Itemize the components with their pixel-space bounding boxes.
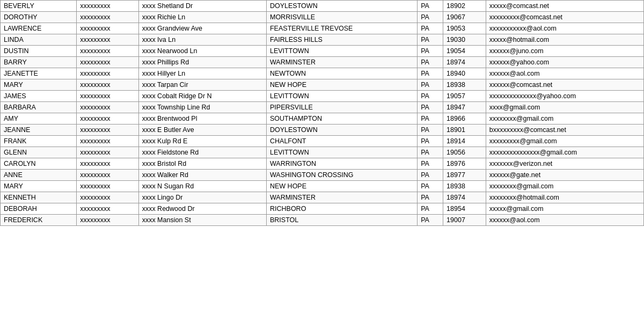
city-cell: LEVITTOWN bbox=[266, 46, 417, 57]
address-cell: xxxx Hillyer Ln bbox=[138, 68, 266, 79]
address-cell: xxxx Redwood Dr bbox=[138, 203, 266, 215]
email-cell: xxxxxx@yahoo.com bbox=[486, 57, 643, 68]
zip-cell: 19057 bbox=[443, 91, 486, 102]
city-cell: WASHINGTON CROSSING bbox=[266, 170, 417, 181]
state-cell: PA bbox=[418, 136, 443, 147]
state-cell: PA bbox=[418, 46, 443, 57]
state-cell: PA bbox=[418, 57, 443, 68]
state-cell: PA bbox=[418, 102, 443, 113]
first-name-cell: BEVERLY bbox=[1, 1, 77, 12]
state-cell: PA bbox=[418, 34, 443, 46]
address-cell: xxxx Richie Ln bbox=[138, 12, 266, 23]
email-cell: xxxxxxxxxxxxxxx@gmail.com bbox=[486, 147, 643, 158]
city-cell: MORRISVILLE bbox=[266, 12, 417, 23]
city-cell: DOYLESTOWN bbox=[266, 125, 417, 136]
email-cell: xxxx@gmail.com bbox=[486, 102, 643, 113]
city-cell: NEW HOPE bbox=[266, 181, 417, 192]
phone-cell: xxxxxxxxx bbox=[77, 113, 138, 125]
email-cell: xxxxxxx@verizon.net bbox=[486, 158, 643, 170]
email-cell: xxxxxxxxx@gmail.com bbox=[486, 136, 643, 147]
first-name-cell: FRANK bbox=[1, 136, 77, 147]
state-cell: PA bbox=[418, 192, 443, 203]
first-name-cell: JEANNE bbox=[1, 125, 77, 136]
first-name-cell: DEBORAH bbox=[1, 203, 77, 215]
first-name-cell: JAMES bbox=[1, 91, 77, 102]
first-name-cell: DUSTIN bbox=[1, 46, 77, 57]
phone-cell: xxxxxxxxx bbox=[77, 12, 138, 23]
zip-cell: 18901 bbox=[443, 125, 486, 136]
zip-cell: 18938 bbox=[443, 79, 486, 91]
zip-cell: 19067 bbox=[443, 12, 486, 23]
phone-cell: xxxxxxxxx bbox=[77, 23, 138, 34]
city-cell: NEWTOWN bbox=[266, 68, 417, 79]
phone-cell: xxxxxxxxx bbox=[77, 125, 138, 136]
city-cell: FEASTERVILLE TREVOSE bbox=[266, 23, 417, 34]
email-cell: bxxxxxxxxx@comcast.net bbox=[486, 125, 643, 136]
contacts-table: BEVERLYxxxxxxxxxxxxx Shetland DrDOYLESTO… bbox=[0, 0, 644, 226]
table-row: FREDERICKxxxxxxxxxxxxx Mansion StBRISTOL… bbox=[1, 215, 644, 226]
zip-cell: 18938 bbox=[443, 181, 486, 192]
zip-cell: 18940 bbox=[443, 68, 486, 79]
table-row: DUSTINxxxxxxxxxxxxx Nearwood LnLEVITTOWN… bbox=[1, 46, 644, 57]
state-cell: PA bbox=[418, 91, 443, 102]
email-cell: xxxxxx@juno.com bbox=[486, 46, 643, 57]
table-row: BARBARAxxxxxxxxxxxxx Township Line RdPIP… bbox=[1, 102, 644, 113]
address-cell: xxxx Bristol Rd bbox=[138, 158, 266, 170]
email-cell: xxxxxx@aol.com bbox=[486, 68, 643, 79]
phone-cell: xxxxxxxxx bbox=[77, 170, 138, 181]
city-cell: SOUTHAMPTON bbox=[266, 113, 417, 125]
first-name-cell: CAROLYN bbox=[1, 158, 77, 170]
state-cell: PA bbox=[418, 68, 443, 79]
address-cell: xxxx Phillips Rd bbox=[138, 57, 266, 68]
state-cell: PA bbox=[418, 23, 443, 34]
phone-cell: xxxxxxxxx bbox=[77, 102, 138, 113]
first-name-cell: JEANETTE bbox=[1, 68, 77, 79]
address-cell: xxxx Mansion St bbox=[138, 215, 266, 226]
email-cell: xxxxxxxx@hotmail.com bbox=[486, 192, 643, 203]
zip-cell: 19056 bbox=[443, 147, 486, 158]
table-row: DOROTHYxxxxxxxxxxxxx Richie LnMORRISVILL… bbox=[1, 12, 644, 23]
table-row: LAWRENCExxxxxxxxxxxxx Grandview AveFEAST… bbox=[1, 23, 644, 34]
address-cell: xxxx Lingo Dr bbox=[138, 192, 266, 203]
email-cell: xxxxxx@aol.com bbox=[486, 215, 643, 226]
city-cell: RICHBORO bbox=[266, 203, 417, 215]
first-name-cell: LAWRENCE bbox=[1, 23, 77, 34]
address-cell: xxxx Township Line Rd bbox=[138, 102, 266, 113]
city-cell: WARMINSTER bbox=[266, 192, 417, 203]
table-row: LINDAxxxxxxxxxxxxx Iva LnFAIRLESS HILLSP… bbox=[1, 34, 644, 46]
phone-cell: xxxxxxxxx bbox=[77, 46, 138, 57]
email-cell: xxxxx@comcast.net bbox=[486, 1, 643, 12]
city-cell: PIPERSVILLE bbox=[266, 102, 417, 113]
phone-cell: xxxxxxxxx bbox=[77, 147, 138, 158]
city-cell: NEW HOPE bbox=[266, 79, 417, 91]
city-cell: WARRINGTON bbox=[266, 158, 417, 170]
zip-cell: 19030 bbox=[443, 34, 486, 46]
first-name-cell: ANNE bbox=[1, 170, 77, 181]
phone-cell: xxxxxxxxx bbox=[77, 136, 138, 147]
state-cell: PA bbox=[418, 125, 443, 136]
email-cell: xxxxxxxxx@comcast.net bbox=[486, 12, 643, 23]
first-name-cell: GLENN bbox=[1, 147, 77, 158]
email-cell: xxxxxxxx@gmail.com bbox=[486, 181, 643, 192]
email-cell: xxxxx@hotmail.com bbox=[486, 34, 643, 46]
email-cell: xxxxxxxx@gmail.com bbox=[486, 113, 643, 125]
table-row: GLENNxxxxxxxxxxxxx Fieldstone RdLEVITTOW… bbox=[1, 147, 644, 158]
state-cell: PA bbox=[418, 181, 443, 192]
city-cell: LEVITTOWN bbox=[266, 147, 417, 158]
phone-cell: xxxxxxxxx bbox=[77, 1, 138, 12]
phone-cell: xxxxxxxxx bbox=[77, 79, 138, 91]
state-cell: PA bbox=[418, 12, 443, 23]
email-cell: xxxxxx@gate.net bbox=[486, 170, 643, 181]
address-cell: xxxx Walker Rd bbox=[138, 170, 266, 181]
zip-cell: 18954 bbox=[443, 203, 486, 215]
phone-cell: xxxxxxxxx bbox=[77, 91, 138, 102]
phone-cell: xxxxxxxxx bbox=[77, 68, 138, 79]
address-cell: xxxx Grandview Ave bbox=[138, 23, 266, 34]
address-cell: xxxx Fieldstone Rd bbox=[138, 147, 266, 158]
table-row: KENNETHxxxxxxxxxxxxx Lingo DrWARMINSTERP… bbox=[1, 192, 644, 203]
city-cell: DOYLESTOWN bbox=[266, 1, 417, 12]
first-name-cell: MARY bbox=[1, 181, 77, 192]
first-name-cell: FREDERICK bbox=[1, 215, 77, 226]
state-cell: PA bbox=[418, 158, 443, 170]
first-name-cell: KENNETH bbox=[1, 192, 77, 203]
